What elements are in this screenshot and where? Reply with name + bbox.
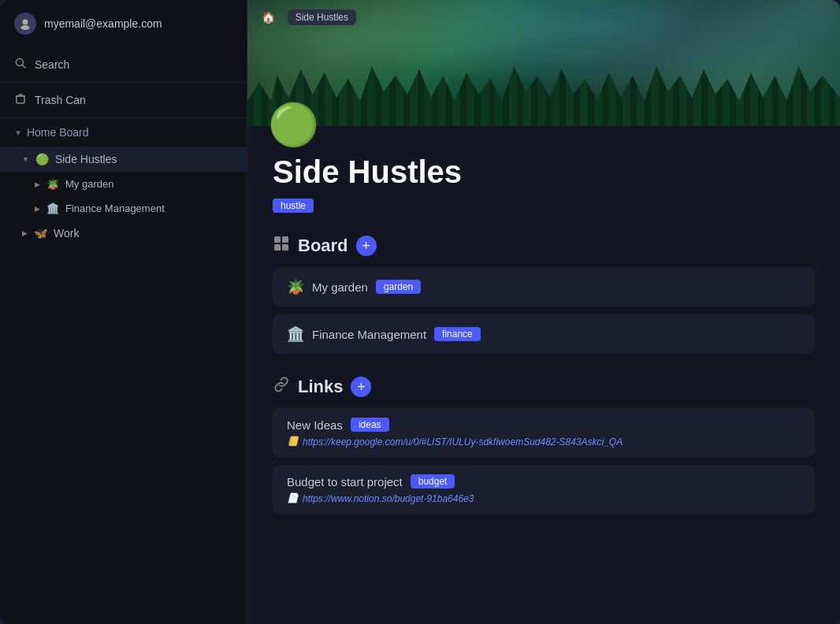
- board-item-finance-tag: finance: [434, 327, 481, 341]
- board-item-garden[interactable]: 🪴 My garden garden: [273, 267, 815, 306]
- google-keep-favicon: 📒: [287, 436, 298, 448]
- add-board-button[interactable]: +: [356, 236, 377, 256]
- collapse-arrow-finance: ▶: [35, 205, 40, 213]
- link-item-ideas-url: 📒 https://keep.google.com/u/0/#LIST/IULU…: [287, 436, 801, 448]
- breadcrumb: 🏠 / Side Hustles: [262, 9, 356, 25]
- board-items-list: 🪴 My garden garden 🏛️ Finance Management…: [273, 267, 815, 354]
- trash-icon: [14, 92, 27, 108]
- link-item-budget-href: https://www.notion.so/budget-91ba646e3: [303, 493, 474, 504]
- collapse-arrow-work: ▶: [22, 229, 28, 237]
- finance-label: Finance Management: [65, 202, 165, 214]
- svg-point-1: [21, 25, 30, 30]
- svg-rect-9: [274, 236, 281, 243]
- home-breadcrumb-icon[interactable]: 🏠: [262, 11, 275, 24]
- page-tag[interactable]: hustle: [273, 199, 314, 213]
- svg-rect-10: [282, 236, 288, 243]
- sidebar-item-trash[interactable]: Trash Can: [0, 83, 247, 118]
- svg-point-0: [23, 20, 28, 25]
- home-board-label: Home Board: [27, 126, 89, 139]
- svg-rect-4: [17, 96, 24, 103]
- add-link-button[interactable]: +: [351, 377, 371, 397]
- links-section-header: Links +: [273, 376, 815, 397]
- collapse-arrow-side-hustles: ▼: [22, 155, 29, 163]
- sidebar-sub-item-garden[interactable]: ▶ 🪴 My garden: [0, 172, 247, 196]
- link-items-list: New Ideas ideas 📒 https://keep.google.co…: [273, 408, 815, 514]
- trash-label: Trash Can: [35, 94, 86, 106]
- link-icon: [273, 376, 290, 397]
- board-item-finance[interactable]: 🏛️ Finance Management finance: [273, 314, 815, 354]
- board-section-title: Board: [298, 236, 348, 256]
- notion-favicon: 📄: [287, 493, 298, 504]
- side-hustles-emoji: 🟢: [35, 153, 49, 165]
- collapse-arrow-garden: ▶: [35, 180, 40, 188]
- page-icon: 🟢: [268, 104, 319, 145]
- board-item-finance-emoji: 🏛️: [287, 325, 304, 343]
- link-item-ideas-href: https://keep.google.com/u/0/#LIST/IULUy-…: [303, 436, 623, 448]
- page-body: Side Hustles hustle Board + 🪴: [247, 145, 840, 553]
- sidebar-item-side-hustles[interactable]: ▼ 🟢 Side Hustles: [0, 147, 247, 172]
- side-hustles-label: Side Hustles: [55, 153, 117, 165]
- collapse-arrow-home: ▼: [14, 128, 22, 137]
- link-item-budget-tag: budget: [411, 474, 455, 488]
- search-label: Search: [35, 58, 69, 71]
- board-icon: [273, 235, 290, 256]
- link-item-budget-url: 📄 https://www.notion.so/budget-91ba646e3: [287, 493, 801, 504]
- sidebar-user[interactable]: myemail@example.com: [0, 0, 247, 47]
- board-section-header: Board +: [273, 235, 815, 256]
- board-item-garden-name: My garden: [312, 280, 368, 294]
- breadcrumb-separator: /: [280, 12, 283, 24]
- sidebar-item-search[interactable]: Search: [0, 47, 247, 83]
- svg-rect-12: [282, 244, 288, 251]
- search-icon: [14, 57, 27, 72]
- svg-rect-11: [274, 244, 281, 251]
- sidebar-item-work[interactable]: ▶ 🦋 Work: [0, 221, 247, 246]
- link-item-budget-header: Budget to start project budget: [287, 474, 801, 488]
- link-item-ideas[interactable]: New Ideas ideas 📒 https://keep.google.co…: [273, 408, 815, 457]
- page-title: Side Hustles: [273, 154, 815, 190]
- breadcrumb-page: Side Hustles: [288, 9, 356, 25]
- board-item-garden-tag: garden: [376, 280, 421, 294]
- board-item-finance-name: Finance Management: [312, 328, 426, 341]
- garden-emoji: 🪴: [46, 178, 59, 190]
- link-item-ideas-tag: ideas: [351, 418, 389, 432]
- finance-emoji: 🏛️: [46, 202, 59, 214]
- sidebar: myemail@example.com Search: [0, 0, 247, 624]
- main-content: 🏠 / Side Hustles 🟢 Side Hustles hustle: [247, 0, 840, 624]
- link-item-ideas-title: New Ideas: [287, 418, 343, 432]
- link-item-ideas-header: New Ideas ideas: [287, 418, 801, 432]
- sidebar-section-home-board[interactable]: ▼ Home Board: [0, 118, 247, 147]
- avatar: [14, 13, 36, 35]
- user-email: myemail@example.com: [44, 17, 162, 30]
- link-item-budget[interactable]: Budget to start project budget 📄 https:/…: [273, 465, 815, 514]
- work-label: Work: [54, 227, 79, 240]
- sidebar-sub-item-finance[interactable]: ▶ 🏛️ Finance Management: [0, 196, 247, 221]
- board-item-garden-emoji: 🪴: [287, 278, 304, 295]
- links-section-title: Links: [298, 377, 343, 397]
- work-emoji: 🦋: [34, 227, 47, 240]
- link-item-budget-title: Budget to start project: [287, 475, 403, 488]
- svg-line-3: [23, 65, 26, 69]
- garden-label: My garden: [65, 178, 113, 190]
